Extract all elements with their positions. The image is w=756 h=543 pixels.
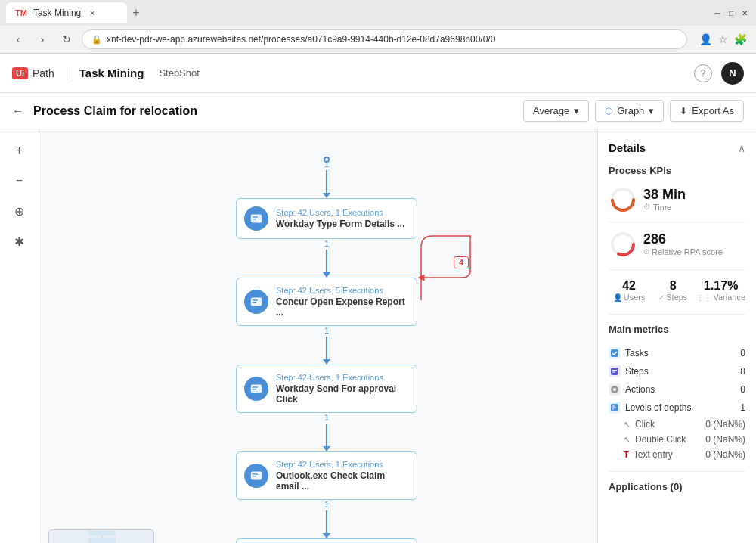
metric-steps-name: Steps: [625, 366, 649, 377]
favicon: TM: [15, 8, 27, 17]
lock-icon: 🔒: [91, 35, 102, 45]
tab-close-btn[interactable]: ✕: [87, 8, 98, 18]
svg-rect-21: [612, 370, 617, 371]
node-label-2: Concur Open Expense Report ...: [276, 296, 407, 318]
metric-tasks-left: Tasks: [609, 347, 649, 359]
sub-metric-click-val: 0 (NaN%): [705, 419, 745, 430]
sub-metric-dblclick-name: Double Click: [635, 434, 686, 445]
conn-num-2: 1: [324, 326, 329, 335]
flow-node-2[interactable]: Step: 42 Users, 5 Executions Concur Open…: [236, 278, 417, 326]
canvas-area: 1 Step: 42 Users, 1 Executions Workday T…: [39, 129, 597, 543]
svg-rect-5: [253, 302, 256, 303]
node-content-3: Step: 42 Users, 1 Executions Workday Sen…: [276, 373, 407, 405]
variance-icon: ⋮⋮: [696, 293, 711, 302]
stat-variance: 1.17% ⋮⋮ Variance: [696, 279, 745, 302]
locate-btn[interactable]: ⊕: [8, 199, 32, 223]
stat-steps-label: Steps: [666, 293, 687, 302]
uipath-logo: Ui Path: [12, 67, 54, 79]
export-btn[interactable]: ⬇ Export As: [670, 100, 744, 122]
conn-line-1: [326, 250, 327, 272]
kpi-time-donut: [609, 185, 637, 214]
node-meta-1: Step: 42 Users, 1 Executions: [276, 208, 407, 217]
node2-wrapper: Step: 42 Users, 5 Executions Concur Open…: [236, 278, 417, 326]
browser-chrome: TM Task Mining ✕ + ─ □ ✕ ‹ › ↻ 🔒 xnt-dev…: [0, 0, 756, 54]
steps-metric-icon: [609, 365, 621, 377]
metric-actions: Actions 0: [609, 380, 745, 399]
page-title: Process Claim for relocation: [33, 104, 197, 118]
average-chevron-icon: ▾: [574, 105, 579, 116]
address-bar[interactable]: 🔒 xnt-dev-pdr-we-app.azurewebsites.net/p…: [82, 29, 687, 49]
steps-icon: ✓: [658, 293, 665, 302]
conn-arrow-2: [323, 359, 330, 365]
levels-icon: [609, 402, 621, 414]
loop-arrow: [417, 232, 478, 308]
browser-tab[interactable]: TM Task Mining ✕: [6, 2, 127, 23]
flow-container: 1 Step: 42 Users, 1 Executions Workday T…: [54, 144, 597, 543]
conn-line-0: [326, 170, 327, 193]
sub-metric-dblclick-val: 0 (NaN%): [705, 434, 745, 445]
conn-num-4: 1: [324, 500, 329, 509]
window-controls: ─ □ ✕: [712, 8, 750, 18]
kpi-time-card: 38 Min ⏱ Time: [609, 185, 745, 214]
graph-label: Graph: [617, 105, 644, 116]
connector-4: 1: [323, 500, 330, 538]
user-avatar[interactable]: N: [721, 62, 744, 85]
flow-node-3[interactable]: Step: 42 Users, 1 Executions Workday Sen…: [236, 365, 417, 413]
connector-3: 1: [323, 413, 330, 451]
sub-header-controls: Average ▾ ⬡ Graph ▾ ⬇ Export As: [523, 100, 744, 122]
node-meta-2: Step: 42 Users, 5 Executions: [276, 286, 407, 295]
svg-rect-22: [612, 372, 615, 373]
maximize-btn[interactable]: □: [726, 8, 736, 18]
flow-node-5[interactable]: Step: 42 Users, 1 Executions Workday Exp…: [236, 538, 417, 543]
applications-title: Applications (0): [609, 481, 683, 492]
help-btn[interactable]: ?: [694, 64, 712, 82]
bookmark-icon[interactable]: ☆: [718, 33, 728, 45]
url-text: xnt-dev-pdr-we-app.azurewebsites.net/pro…: [107, 34, 495, 45]
forward-nav-btn[interactable]: ›: [33, 30, 51, 48]
panel-title: Details: [609, 141, 646, 154]
conn-num-3: 1: [324, 413, 329, 422]
clock-icon: ⏱: [643, 203, 651, 211]
svg-rect-11: [253, 476, 256, 476]
flow-node-1[interactable]: Step: 42 Users, 1 Executions Workday Typ…: [236, 198, 417, 239]
svg-rect-1: [253, 216, 258, 217]
export-label: Export As: [692, 105, 734, 116]
node-label-3: Workday Send For approval Click: [276, 383, 407, 405]
back-nav-btn[interactable]: ‹: [9, 30, 27, 48]
graph-dropdown[interactable]: ⬡ Graph ▾: [595, 100, 664, 122]
sub-metric-dblclick: ↖ Double Click 0 (NaN%): [609, 432, 745, 447]
extension-icon[interactable]: 🧩: [734, 33, 747, 45]
node-content-4: Step: 42 Users, 1 Executions Outlook.exe…: [276, 460, 407, 492]
average-dropdown[interactable]: Average ▾: [523, 100, 589, 122]
zoom-out-btn[interactable]: −: [8, 169, 32, 193]
profile-icon[interactable]: 👤: [699, 33, 712, 45]
new-tab-btn[interactable]: +: [127, 4, 145, 22]
flow-node-4[interactable]: Step: 42 Users, 1 Executions Outlook.exe…: [236, 451, 417, 500]
conn-num-0: 1: [324, 160, 329, 169]
node-icon-1: [244, 206, 268, 231]
node-icon-2: [244, 290, 268, 314]
back-btn[interactable]: ←: [12, 104, 24, 118]
connector-1: 1: [323, 239, 330, 278]
app-name: Task Mining: [67, 67, 144, 79]
graph-chevron-icon: ▾: [649, 105, 654, 116]
cursor-icon: ↖: [624, 420, 631, 430]
minimize-btn[interactable]: ─: [712, 8, 723, 18]
metric-levels-val: 1: [740, 402, 745, 413]
canvas-inner: 1 Step: 42 Users, 1 Executions Workday T…: [39, 129, 597, 543]
kpi-divider-3: [609, 314, 745, 315]
settings-btn[interactable]: ✱: [8, 229, 32, 253]
close-btn[interactable]: ✕: [739, 8, 750, 18]
kpi-rpa-value: 286: [643, 232, 723, 247]
panel-collapse-btn[interactable]: ∧: [738, 142, 745, 154]
metric-tasks-val: 0: [740, 348, 745, 358]
applications-section: Applications (0): [609, 481, 745, 492]
conn-num-1: 1: [324, 239, 329, 248]
metric-actions-val: 0: [740, 384, 745, 395]
svg-rect-4: [253, 299, 258, 300]
svg-point-24: [613, 388, 616, 391]
stat-users-label: Users: [624, 293, 646, 302]
kpis-section-title: Process KPIs: [609, 165, 745, 176]
zoom-in-btn[interactable]: +: [8, 138, 32, 163]
reload-btn[interactable]: ↻: [57, 30, 76, 48]
